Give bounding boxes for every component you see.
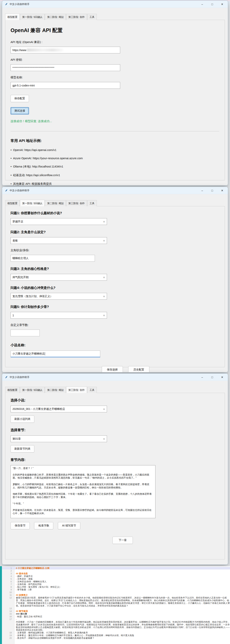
api-key-label: API 密钥: — [10, 58, 221, 62]
novel-combobox[interactable]: 20260316_001 - 小刀重生穿越之开螺蛳粉店 v — [10, 406, 107, 412]
refresh-novels-button[interactable]: 刷新小说列表 — [10, 416, 34, 423]
save-chapter-button[interactable]: 保存章节 — [10, 522, 30, 529]
tab-bar: 模型配置第一阶段: 5问确认第二阶段: 规划第三阶段: 创作工具 — [5, 200, 225, 206]
tab-page-model-config: OpenAI 兼容 API 配置 API 地址 (OpenAI 兼容) : ht… — [5, 20, 225, 180]
tab-4[interactable]: 工具 — [87, 387, 97, 393]
custom-chapters-label: 自定义章节数: — [10, 323, 221, 327]
editor-line: 16- 标题：重生之味·初开粉店 — [2, 615, 230, 618]
q3-label: 问题3: 主角的核心性格是? — [10, 266, 221, 271]
tab-0[interactable]: 模型配置 — [5, 200, 20, 206]
maximize-button[interactable]: □ — [207, 374, 217, 381]
api-example-item: •Azure OpenAI: https://your-resource.ope… — [10, 156, 221, 160]
text-caret — [45, 352, 45, 355]
editor-line: 20- 悬念钩子：神秘侍从品尝螺蛳粉后竟默不作声，背后隐藏的真相是否会被揭露？ — [2, 637, 230, 640]
tab-2[interactable]: 第二阶段: 规划 — [45, 387, 66, 393]
line-text: 内容概要：小刀在一片破败的旧巷醒来，发现自己重生在十年前的柳州城边陲。他记起前世… — [14, 620, 230, 631]
editor-line: 11## 故事简介 — [2, 594, 230, 596]
line-number: 6 — [2, 580, 14, 583]
minimize-button[interactable]: – — [197, 0, 207, 8]
line-text: ### 第01章 — [14, 612, 230, 615]
editor-lines[interactable]: 1# 小刀重生穿越之开螺蛳粉店-大纲23## 基本信息4- 题材：穿越开店5- … — [2, 567, 230, 640]
refresh-chapters-button[interactable]: 刷新章节列表 — [10, 445, 34, 452]
tab-1[interactable]: 第一阶段: 5问确认 — [20, 200, 45, 206]
q3-personality-combobox[interactable]: 帅气阳光开朗 v — [10, 274, 107, 280]
line-text: - 主角性格：帅气阳光开朗 — [14, 583, 230, 586]
line-text: - 主角设定：老板 — [14, 578, 230, 580]
tab-2[interactable]: 第二阶段: 规划 — [45, 200, 66, 206]
maximize-button[interactable]: □ — [207, 0, 217, 8]
history-config-button[interactable]: 历史配置 — [128, 366, 149, 372]
chevron-down-icon: v — [104, 314, 105, 317]
editor-line: 4- 题材：穿越开店 — [2, 575, 230, 578]
editor-line: 8- 核心冲突：复仇雪恨（复仇计划、伸张正义） — [2, 586, 230, 588]
tab-3[interactable]: 第三阶段: 创作 — [66, 200, 87, 206]
tab-3[interactable]: 第三阶段: 创作 — [66, 14, 87, 20]
line-number: 11 — [2, 594, 14, 596]
line-number: 13 — [2, 607, 14, 610]
line-text: - 悬念钩子：神秘侍从品尝螺蛳粉后竟默不作声，背后隐藏的真相是否会被揭露？ — [14, 637, 230, 640]
chapter-combobox[interactable]: 第01章 v — [10, 436, 107, 442]
outline-editor: 1# 小刀重生穿越之开螺蛳粉店-大纲23## 基本信息4- 题材：穿越开店5- … — [0, 566, 230, 644]
next-chapter-button[interactable]: 下一章 — [113, 537, 133, 544]
q4-conflict-combobox[interactable]: 复仇雪恨（复仇计划、伸张正义） v — [10, 293, 107, 300]
novel-name-input[interactable]: 小刀重生穿越之开螺蛳粉店 — [10, 350, 100, 357]
save-selection-button[interactable]: 保存选择 — [102, 366, 123, 372]
test-connection-button[interactable]: 测试连接 — [10, 107, 29, 114]
close-button[interactable]: ✕ — [217, 0, 227, 8]
check-word-count-button[interactable]: 检查字数 — [34, 522, 53, 529]
close-button[interactable]: ✕ — [217, 374, 227, 381]
tab-bar: 模型配置第一阶段: 5问确认第二阶段: 规划第三阶段: 创作工具 — [5, 14, 225, 20]
custom-chapters-input[interactable] — [10, 330, 40, 336]
q1-label: 问题1: 你想要创作什么题材的小说? — [10, 211, 221, 215]
ai-continue-button[interactable]: AI 续写章节 — [58, 522, 80, 529]
chapter-content-textarea[interactable]: “那一刀，是谁？！” 尖利的声音在破败的巷口炸开，跟着便是沉重的踏步声和金铁的碰… — [10, 465, 155, 518]
q2-protagonist-combobox[interactable]: 老板 v — [10, 237, 107, 244]
line-text: - 主要场景：柳州城边陲旧巷、小刀新开的螺蛳粉店、黄昏人声鼎沸的集市 — [14, 631, 230, 634]
line-number: 20 — [2, 637, 14, 640]
api-url-label: API 地址 (OpenAI 兼容) : — [10, 40, 221, 44]
titlebar[interactable]: 中文小说创作助手 – □ ✕ — [2, 374, 228, 381]
api-url-input[interactable]: https://www — [10, 47, 120, 54]
examples-title: 常用 API 地址示例: — [10, 138, 221, 143]
editor-line: 2 — [2, 570, 230, 572]
desktop: { "app": { "title": "中文小说创作助手", "caption… — [0, 0, 230, 644]
minimize-button[interactable]: – — [197, 187, 207, 194]
maximize-button[interactable]: □ — [207, 187, 217, 194]
tab-0[interactable]: 模型配置 — [5, 387, 20, 393]
line-text: - 题材：穿越开店 — [14, 575, 230, 578]
window-title: 中文小说创作助手 — [9, 2, 197, 6]
tab-4[interactable]: 工具 — [87, 14, 97, 20]
tab-1[interactable]: 第一阶段: 5问确认 — [20, 387, 45, 393]
model-name-input[interactable]: gpt-5.1-codex-mini — [10, 82, 120, 89]
line-number: 15 — [2, 612, 14, 615]
tab-0[interactable]: 模型配置 — [5, 14, 20, 20]
line-number: 18 — [2, 631, 14, 634]
titlebar[interactable]: 中文小说创作助手 – □ ✕ — [2, 187, 228, 194]
tab-4[interactable]: 工具 — [87, 200, 97, 206]
tab-1[interactable]: 第一阶段: 5问确认 — [20, 14, 45, 20]
line-number: 17 — [2, 618, 14, 620]
editor-line: 7- 主角性格：帅气阳光开朗 — [2, 583, 230, 586]
chevron-down-icon: v — [104, 408, 105, 410]
tab-bar: 模型配置第一阶段: 5问确认第二阶段: 规划第三阶段: 创作工具 — [5, 387, 225, 393]
q5-chapter-count-combobox[interactable]: 1 v — [10, 312, 107, 319]
titlebar[interactable]: 中文小说创作助手 – □ ✕ — [2, 0, 228, 8]
chevron-down-icon: v — [104, 220, 105, 223]
novel-name-label: 小说名称: — [10, 343, 221, 348]
close-button[interactable]: ✕ — [217, 187, 227, 194]
q1-genre-combobox[interactable]: 穿越开店 v — [10, 218, 107, 225]
python-icon — [5, 376, 8, 379]
window-title: 中文小说创作助手 — [9, 376, 197, 379]
api-key-input[interactable]: ********************************** — [10, 64, 120, 71]
tab-2[interactable]: 第二阶段: 规划 — [45, 14, 66, 20]
job-input[interactable]: 螺蛳粉主理人 — [10, 255, 95, 262]
tab-3[interactable]: 第三阶段: 创作 — [66, 386, 87, 393]
save-config-button[interactable]: 保存配置 — [10, 95, 29, 102]
editor-line: 18- 主要场景：柳州城边陲旧巷、小刀新开的螺蛳粉店、黄昏人声鼎沸的集市 — [2, 631, 230, 634]
editor-line: 5- 主角设定：老板 — [2, 578, 230, 580]
line-text: - 主角职业/身份：螺蛳粉主理人 — [14, 580, 230, 583]
minimize-button[interactable]: – — [197, 374, 207, 381]
tab-page-writing: 选择小说: 20260316_001 - 小刀重生穿越之开螺蛳粉店 v 刷新小说… — [5, 393, 225, 560]
api-example-item: •其他兼容 API: 根据服务商提供 — [10, 182, 221, 186]
line-text — [14, 570, 230, 572]
